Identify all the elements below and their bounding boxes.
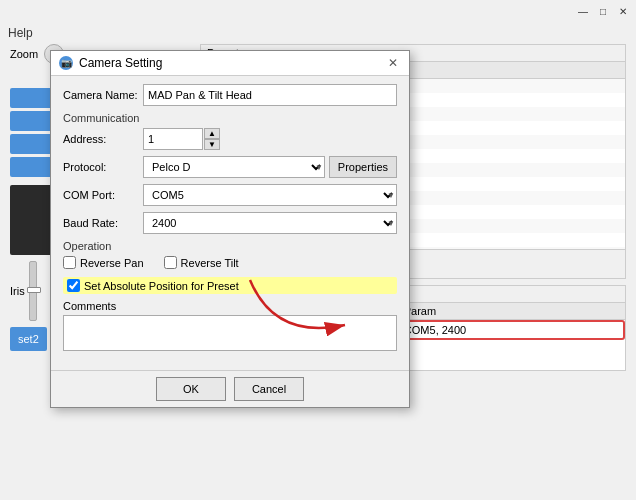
dialog-body: Camera Name: Communication Address: ▲ ▼ …	[51, 76, 409, 370]
operation-section: Operation Reverse Pan Reverse Tilt Set A…	[63, 240, 397, 294]
iris-slider[interactable]	[29, 261, 37, 321]
maximize-button[interactable]: □	[594, 2, 612, 20]
spin-buttons: ▲ ▼	[204, 128, 220, 150]
properties-button[interactable]: Properties	[329, 156, 397, 178]
dialog-title: Camera Setting	[79, 56, 162, 70]
set2-button[interactable]: set2	[10, 327, 47, 351]
communication-header: Communication	[63, 112, 397, 124]
cancel-button[interactable]: Cancel	[234, 377, 304, 401]
camera-setting-dialog: 📷 Camera Setting ✕ Camera Name: Communic…	[50, 50, 410, 408]
reverse-tilt-checkbox[interactable]	[164, 256, 177, 269]
spin-up[interactable]: ▲	[204, 128, 220, 139]
address-row: Address: ▲ ▼	[63, 128, 397, 150]
comments-label: Comments	[63, 300, 397, 312]
dialog-close-button[interactable]: ✕	[385, 55, 401, 71]
com-port-select[interactable]: COM1 COM2 COM3 COM4 COM5 COM6	[143, 184, 397, 206]
reverse-pan-checkbox[interactable]	[63, 256, 76, 269]
protocol-label: Protocol:	[63, 161, 143, 173]
protocol-select-wrapper: Pelco D Pelco P Other ▼	[143, 156, 325, 178]
app-titlebar: — □ ✕	[0, 0, 636, 22]
zoom-label: Zoom	[10, 48, 38, 60]
comments-input[interactable]	[63, 315, 397, 351]
spin-down[interactable]: ▼	[204, 139, 220, 150]
camera-name-label: Camera Name:	[63, 89, 143, 101]
help-bar: Help	[0, 22, 636, 44]
baud-rate-select-wrapper: 1200 2400 4800 9600 19200 ▼	[143, 212, 397, 234]
iris-label: Iris	[10, 285, 25, 297]
help-label: Help	[8, 26, 33, 40]
ok-button[interactable]: OK	[156, 377, 226, 401]
dialog-titlebar: 📷 Camera Setting ✕	[51, 51, 409, 76]
camera-name-row: Camera Name:	[63, 84, 397, 106]
set-absolute-row: Set Absolute Position for Preset	[63, 277, 397, 294]
com-port-row: COM Port: COM1 COM2 COM3 COM4 COM5 COM6 …	[63, 184, 397, 206]
protocol-select[interactable]: Pelco D Pelco P Other	[143, 156, 325, 178]
baud-rate-select[interactable]: 1200 2400 4800 9600 19200	[143, 212, 397, 234]
reverse-pan-label: Reverse Pan	[80, 257, 144, 269]
dialog-footer: OK Cancel	[51, 370, 409, 407]
reverse-tilt-label: Reverse Tilt	[181, 257, 239, 269]
com-port-select-wrapper: COM1 COM2 COM3 COM4 COM5 COM6 ▼	[143, 184, 397, 206]
dialog-title-area: 📷 Camera Setting	[59, 56, 162, 70]
camera-icon: 📷	[59, 56, 73, 70]
com-port-label: COM Port:	[63, 189, 143, 201]
baud-rate-label: Baud Rate:	[63, 217, 143, 229]
operation-header: Operation	[63, 240, 397, 252]
reverse-pan-row: Reverse Pan	[63, 256, 144, 269]
comments-section: Comments	[63, 300, 397, 354]
camera-name-input[interactable]	[143, 84, 397, 106]
address-label: Address:	[63, 133, 143, 145]
address-input[interactable]	[143, 128, 203, 150]
set-absolute-label: Set Absolute Position for Preset	[84, 280, 239, 292]
minimize-button[interactable]: —	[574, 2, 592, 20]
address-spinner: ▲ ▼	[143, 128, 397, 150]
iris-handle[interactable]	[27, 287, 41, 293]
set-absolute-checkbox[interactable]	[67, 279, 80, 292]
close-button[interactable]: ✕	[614, 2, 632, 20]
baud-rate-row: Baud Rate: 1200 2400 4800 9600 19200 ▼	[63, 212, 397, 234]
reverse-tilt-row: Reverse Tilt	[164, 256, 239, 269]
protocol-row: Protocol: Pelco D Pelco P Other ▼ Proper…	[63, 156, 397, 178]
